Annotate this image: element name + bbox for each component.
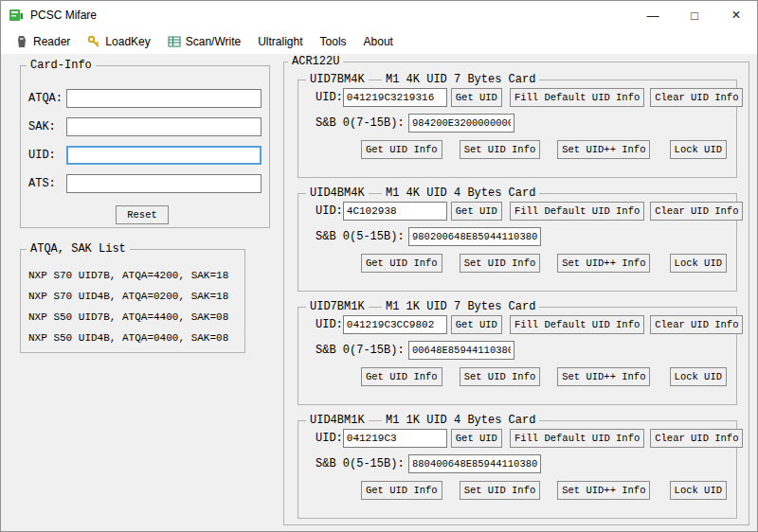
- key-icon: [87, 35, 100, 48]
- sector-block-row: S&B 0(7-15B):: [298, 114, 736, 133]
- uid-label: UID:: [316, 91, 343, 104]
- ats-row: ATS:: [28, 174, 262, 193]
- clear-uid-info-button[interactable]: Clear UID Info: [650, 202, 743, 221]
- menu-item-scan-write[interactable]: Scan/Write: [159, 31, 249, 52]
- list-item: NXP S50 UID4B, ATQA=0400, SAK=08: [28, 328, 237, 348]
- clear-uid-info-button[interactable]: Clear UID Info: [650, 315, 743, 334]
- uid-input[interactable]: [343, 202, 447, 221]
- card-group-caption: M1 4K UID 4 Bytes Card: [382, 186, 539, 201]
- uid-label: UID:: [316, 204, 343, 218]
- get-uid-button[interactable]: Get UID: [451, 202, 502, 221]
- sector-block-row: S&B 0(5-15B):: [298, 454, 736, 473]
- sb-input[interactable]: [408, 454, 541, 473]
- maximize-button[interactable]: □: [674, 1, 715, 29]
- lock-uid-button[interactable]: Lock UID: [670, 254, 727, 273]
- get-uid-info-button[interactable]: Get UID Info: [361, 481, 442, 500]
- app-logo-icon: [9, 8, 24, 23]
- menu-item-loadkey[interactable]: LoadKey: [79, 31, 158, 52]
- menu-item-tools[interactable]: Tools: [312, 31, 355, 52]
- sak-row: SAK:: [28, 117, 262, 136]
- lock-uid-button[interactable]: Lock UID: [670, 367, 727, 386]
- sb-label: S&B 0(5-15B):: [316, 230, 408, 243]
- menu-item-label: About: [364, 35, 393, 48]
- uid-input[interactable]: [66, 146, 262, 165]
- uid-label: UID:: [316, 318, 343, 331]
- clear-uid-info-button[interactable]: Clear UID Info: [650, 429, 743, 448]
- uid-label: UID:: [316, 432, 343, 445]
- fill-default-uid-info-button[interactable]: Fill Default UID Info: [510, 202, 644, 221]
- acr122u-group-title: ACR122U: [288, 55, 343, 69]
- atqa-input[interactable]: [66, 89, 262, 108]
- card-group-caption: M1 1K UID 7 Bytes Card: [382, 300, 539, 314]
- uid-row: UID: Get UID Fill Default UID Info Clear…: [298, 429, 736, 448]
- fill-default-uid-info-button[interactable]: Fill Default UID Info: [510, 88, 644, 107]
- window-controls: — □ ×: [632, 1, 757, 29]
- uid-row: UID: Get UID Fill Default UID Info Clear…: [298, 202, 736, 221]
- action-row: Get UID Info Set UID Info Set UID++ Info…: [298, 481, 736, 500]
- set-uid-info-button[interactable]: Set UID Info: [460, 140, 541, 159]
- atqa-sak-list-group: ATQA, SAK List NXP S70 UID7B, ATQA=4200,…: [20, 249, 245, 353]
- get-uid-info-button[interactable]: Get UID Info: [361, 140, 442, 159]
- uid-input[interactable]: [343, 429, 447, 448]
- fill-default-uid-info-button[interactable]: Fill Default UID Info: [510, 429, 644, 448]
- set-uid-plus-info-button[interactable]: Set UID++ Info: [557, 481, 650, 500]
- atqa-sak-list-title: ATQA, SAK List: [27, 242, 130, 257]
- sector-block-row: S&B 0(5-15B):: [298, 227, 736, 246]
- get-uid-button[interactable]: Get UID: [451, 315, 502, 334]
- reset-button[interactable]: Reset: [116, 205, 169, 224]
- ats-label: ATS:: [28, 177, 66, 190]
- main-area: Card-Info ATQA: SAK: UID: ATS: Reset ATQ…: [1, 54, 757, 531]
- menu-item-about[interactable]: About: [355, 31, 402, 52]
- reader-icon: [15, 35, 28, 48]
- sak-input[interactable]: [66, 117, 262, 136]
- list-item: NXP S50 UID7B, ATQA=4400, SAK=08: [28, 307, 237, 328]
- set-uid-info-button[interactable]: Set UID Info: [460, 367, 541, 386]
- menu-item-label: Ultralight: [258, 35, 302, 48]
- scan-write-icon: [168, 35, 181, 48]
- list-item: NXP S70 UID7B, ATQA=4200, SAK=18: [28, 265, 237, 286]
- app-window: PCSC Mifare — □ × Reader Lo: [0, 0, 758, 532]
- uid-label: UID:: [28, 149, 66, 162]
- card-group-uid4bm4k: UID4BM4K M1 4K UID 4 Bytes Card UID: Get…: [298, 193, 737, 292]
- title-bar: PCSC Mifare — □ ×: [1, 1, 757, 29]
- get-uid-info-button[interactable]: Get UID Info: [361, 254, 442, 273]
- uid-input[interactable]: [343, 88, 447, 107]
- card-group-uid4bm1k: UID4BM1K M1 1K UID 4 Bytes Card UID: Get…: [298, 420, 737, 519]
- card-group-title: UID7BM4K: [306, 73, 369, 87]
- lock-uid-button[interactable]: Lock UID: [670, 140, 727, 159]
- set-uid-plus-info-button[interactable]: Set UID++ Info: [557, 367, 650, 386]
- lock-uid-button[interactable]: Lock UID: [670, 481, 727, 500]
- get-uid-button[interactable]: Get UID: [451, 429, 502, 448]
- menu-item-reader[interactable]: Reader: [7, 31, 79, 52]
- set-uid-plus-info-button[interactable]: Set UID++ Info: [557, 254, 650, 273]
- set-uid-info-button[interactable]: Set UID Info: [460, 481, 541, 500]
- action-row: Get UID Info Set UID Info Set UID++ Info…: [298, 254, 736, 273]
- sb-input[interactable]: [408, 341, 514, 360]
- sb-input[interactable]: [408, 114, 514, 133]
- sb-label: S&B 0(5-15B):: [316, 457, 408, 470]
- atqa-row: ATQA:: [28, 89, 262, 108]
- get-uid-button[interactable]: Get UID: [451, 88, 502, 107]
- sector-block-row: S&B 0(7-15B):: [298, 341, 736, 360]
- card-info-group: Card-Info ATQA: SAK: UID: ATS: Reset: [20, 65, 270, 228]
- ats-input[interactable]: [66, 174, 262, 193]
- menu-item-label: Reader: [33, 35, 70, 48]
- clear-uid-info-button[interactable]: Clear UID Info: [650, 88, 743, 107]
- minimize-button[interactable]: —: [632, 1, 674, 29]
- set-uid-info-button[interactable]: Set UID Info: [460, 254, 541, 273]
- get-uid-info-button[interactable]: Get UID Info: [361, 367, 442, 386]
- list-item: NXP S70 UID4B, ATQA=0200, SAK=18: [28, 286, 237, 307]
- sb-label: S&B 0(7-15B):: [316, 116, 408, 130]
- sb-input[interactable]: [408, 227, 541, 246]
- menu-item-label: Scan/Write: [186, 35, 241, 48]
- action-row: Get UID Info Set UID Info Set UID++ Info…: [298, 140, 736, 159]
- fill-default-uid-info-button[interactable]: Fill Default UID Info: [510, 315, 644, 334]
- menu-item-ultralight[interactable]: Ultralight: [249, 31, 311, 52]
- uid-input[interactable]: [343, 315, 447, 334]
- action-row: Get UID Info Set UID Info Set UID++ Info…: [298, 367, 736, 386]
- sb-label: S&B 0(7-15B):: [316, 344, 408, 357]
- set-uid-plus-info-button[interactable]: Set UID++ Info: [557, 140, 650, 159]
- close-button[interactable]: ×: [715, 1, 757, 29]
- card-group-title: UID7BM1K: [306, 300, 369, 314]
- acr122u-group: ACR122U UID7BM4K M1 4K UID 7 Bytes Card …: [283, 62, 749, 525]
